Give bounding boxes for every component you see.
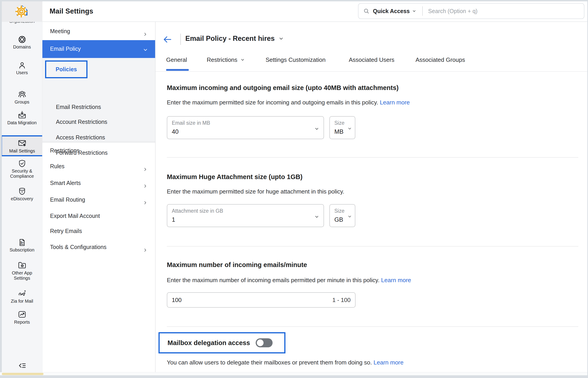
shield-check-icon [18,161,26,165]
input-range-hint: 1 - 100 [332,297,351,304]
sidebar-item-other-app-settings[interactable]: Other App Settings [2,260,42,281]
search-bar[interactable]: Quick Access Search (Option + q) [358,3,584,19]
email-size-heading: Maximum incoming and outgoing email size… [167,84,399,92]
menu-item-tools-configurations[interactable]: Tools & Configurations [42,242,155,252]
quick-access-button[interactable]: Quick Access [373,8,410,14]
search-divider [422,6,423,16]
submenu-item-access-restrictions[interactable]: Access Restrictions [56,133,105,142]
attachment-size-select[interactable]: Attachment size in GB 1 [167,204,324,227]
tab-restrictions[interactable]: Restrictions [207,55,245,64]
policy-detail-panel: Email Policy - Recent hires General Rest… [156,22,587,372]
chevron-down-icon [347,126,352,131]
policy-title-dropdown[interactable]: Email Policy - Recent hires [185,35,284,43]
chevron-down-icon [314,126,319,132]
mail-settings-admin-page: Mail Settings Quick Access Search (Optio… [0,0,588,378]
learn-more-link[interactable]: Learn more [381,277,411,284]
sidebar-item-mail-settings-active[interactable]: Mail Settings [2,135,42,156]
mail-admin-logo-icon [13,3,31,20]
sidebar-item-zia-for-mail[interactable]: Zia for Mail [2,289,42,304]
svg-text:$: $ [20,241,22,244]
chevron-right-icon [143,28,148,39]
attachment-size-heading: Maximum Huge Attachment size (upto 1GB) [167,173,302,181]
app-logo[interactable] [2,1,42,22]
top-bar: Mail Settings Quick Access Search (Optio… [2,1,587,22]
menu-item-rules[interactable]: Rules [42,161,155,172]
menu-item-meeting[interactable]: Meeting [42,26,155,37]
chevron-down-icon [314,214,319,219]
mail-pouch-icon [18,189,26,193]
header-divider [180,34,181,45]
menu-item-smart-alerts[interactable]: Smart Alerts [42,177,155,188]
sidebar-item-domains[interactable]: Domains [2,35,42,50]
sidebar-item-subscription[interactable]: $ Subscription [2,238,42,253]
tab-settings-customization[interactable]: Settings Customization [266,55,326,64]
globe-icon [18,37,26,41]
section-divider [167,246,578,246]
email-size-select[interactable]: Email size in MB 40 [167,116,324,139]
menu-item-export-mail-account[interactable]: Export Mail Account [42,210,155,221]
collapse-menu-icon [17,363,27,367]
search-input[interactable]: Search (Option + q) [428,8,478,14]
attachment-size-description: Enter the maximum permitted size for hug… [167,188,344,195]
app-title: Mail Settings [50,7,93,15]
sidebar-collapse-button[interactable] [2,361,42,370]
chevron-down-icon [143,46,148,53]
arrow-left-icon [162,37,172,41]
sidebar-item-data-migration[interactable]: Data Migration [2,110,42,125]
window-bottom-edge [0,375,588,378]
envelope-download-icon [17,113,27,117]
scrollbar-thumb[interactable] [2,373,43,375]
incoming-rate-description: Enter the maximum number of incoming ema… [167,277,411,284]
page-title: Email Policy - Recent hires [185,35,274,43]
active-tab-indicator [166,69,189,71]
chevron-down-icon [278,36,284,41]
delegation-highlight-box: Mailbox delegation access [158,332,286,353]
submenu-item-email-restrictions[interactable]: Email Restrictions [56,102,101,111]
chevron-down-icon [347,214,352,219]
folder-gear-icon [17,263,27,267]
back-button[interactable] [162,35,172,44]
tabs-divider [156,71,587,72]
chevron-right-icon [143,163,148,174]
chevron-right-icon [143,244,148,255]
delegation-toggle-off[interactable] [256,338,273,347]
tab-associated-users[interactable]: Associated Users [349,55,394,64]
zia-icon [17,291,27,295]
attachment-size-unit-select[interactable]: Size GB [329,204,355,227]
learn-more-link[interactable]: Learn more [374,359,404,366]
submenu-item-account-restrictions[interactable]: Account Restrictions [56,117,107,126]
incoming-rate-heading: Maximum number of incoming emails/minute [167,261,307,269]
email-policy-submenu: Policies Email Restrictions Account Rest… [42,58,155,143]
delegation-description: You can allow users to delegate their ma… [167,359,404,366]
envelope-gear-icon [17,138,27,148]
menu-item-retry-emails[interactable]: Retry Emails [42,226,155,236]
sidebar-item-ediscovery[interactable]: eDiscovery [2,187,42,202]
section-divider [167,326,578,327]
sidebar-item-reports[interactable]: Reports [2,310,42,325]
tab-general[interactable]: General [166,55,187,64]
sidebar-item-organization[interactable]: Organization [2,22,42,24]
email-size-unit-select[interactable]: Size MB [329,116,355,139]
chevron-down-icon [412,9,417,13]
delegation-label: Mailbox delegation access [168,339,250,347]
submenu-item-policies-highlighted[interactable]: Policies [45,60,88,78]
chevron-right-icon [143,197,148,208]
menu-item-email-routing[interactable]: Email Routing [42,194,155,205]
primary-sidebar: Organization Domains Users Groups Data M… [2,22,42,372]
sidebar-item-users[interactable]: Users [2,61,42,75]
sidebar-item-security-compliance[interactable]: Security & Compliance [2,159,42,179]
sidebar-item-groups[interactable]: Groups [2,90,42,105]
email-size-description: Enter the maximum permitted size for inc… [167,99,410,106]
tab-associated-groups[interactable]: Associated Groups [416,55,465,64]
mail-settings-menu: Meeting Email Policy Policies Email Rest… [42,22,156,372]
incoming-rate-input[interactable]: 100 1 - 100 [167,292,355,308]
menu-item-email-policy-selected[interactable]: Email Policy [42,40,155,58]
invoice-dollar-icon: $ [18,240,26,244]
horizontal-scrollbar [0,372,588,375]
chart-report-icon [17,312,27,316]
people-group-icon [17,92,27,96]
learn-more-link[interactable]: Learn more [380,99,410,106]
search-icon [363,8,370,14]
chevron-down-icon [240,57,245,62]
menu-item-restrictions[interactable]: Restrictions [42,145,155,156]
